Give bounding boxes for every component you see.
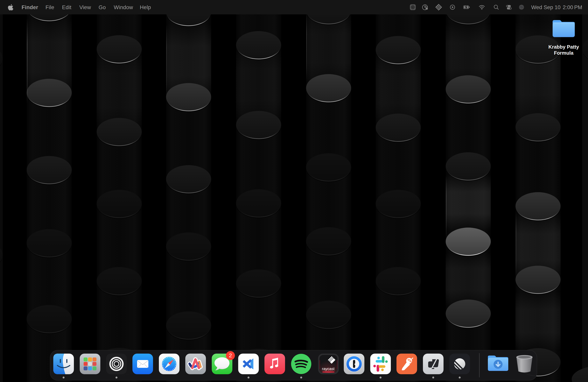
svg-text:raycast: raycast bbox=[322, 367, 335, 371]
